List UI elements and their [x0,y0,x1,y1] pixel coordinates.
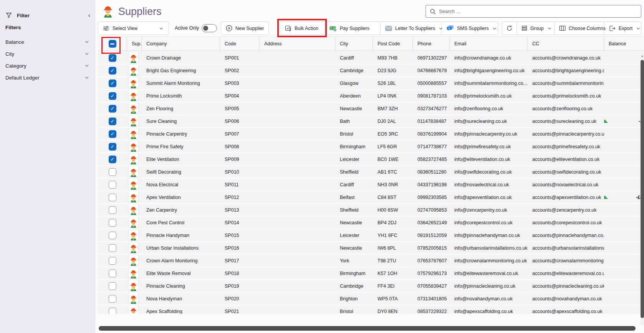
row-checkbox[interactable] [109,80,116,87]
sms-suppliers-button[interactable]: SMS Suppliers [442,22,498,35]
row-checkbox[interactable] [109,92,116,100]
company-cell: Urban Solar Installations [142,245,220,251]
table-row[interactable]: Apex Ventilation SP012 Belfast C84 8ST 0… [98,191,644,203]
phone-cell: 08360511280 [413,169,450,175]
code-cell: SP020 [220,296,260,302]
sidebar-item-category[interactable]: Category [5,61,89,70]
table-row[interactable]: Prime Fire Safety SP008 Birmingham LF5 6… [98,141,644,152]
row-checkbox[interactable] [109,194,116,201]
table-row[interactable]: Sure Cleaning SP006 Bath DJ0 2AL 0114783… [98,115,644,127]
chevron-down-icon [492,26,497,31]
company-cell: Elite Ventilation [142,157,220,162]
worker-avatar-icon [129,92,137,101]
col-header-sup[interactable]: Sup... [127,37,142,51]
table-row[interactable]: Zen Flooring SP005 Newcastle BM7 3ZH 032… [98,103,644,114]
post-code-cell: LF5 6GR [373,144,413,149]
col-header-company[interactable]: Company [142,37,220,51]
row-checkbox[interactable] [109,295,116,303]
table-row[interactable]: Nova Handyman SP020 Brighton WP5 0TA 073… [98,293,644,305]
col-header-email[interactable]: Email [450,37,528,51]
row-checkbox[interactable] [109,232,116,239]
search-input[interactable] [439,8,637,14]
table-row[interactable]: Zen Carpentry SP013 Sheffield H00 6SW 02… [98,204,644,216]
row-checkbox[interactable] [109,219,116,227]
code-cell: SP011 [220,182,260,187]
vertical-scrollbar[interactable]: ▲ [641,54,644,325]
letter-to-suppliers-button[interactable]: Letter To Suppliers [381,22,442,35]
row-checkbox[interactable] [109,118,116,125]
row-checkbox[interactable] [109,244,116,252]
scroll-up-icon[interactable]: ▲ [641,55,644,57]
export-button[interactable]: Export [604,22,641,35]
table-row[interactable]: Pinnacle Handyman SP015 Leicester YH1 8F… [98,229,644,241]
table-row[interactable]: Pinnacle Cleaning SP019 Cambridge FF4 3E… [98,280,644,292]
post-code-cell: LP4 0NK [373,93,413,99]
col-header-phone[interactable]: Phone [413,37,450,51]
row-checkbox[interactable] [109,54,116,62]
horizontal-scrollbar-thumb[interactable] [99,326,636,331]
table-row[interactable]: Prime Locksmith SP004 Aberdeen LP4 0NK 0… [98,90,644,102]
email-cell: info@crownalarmmonitoring.co.uk [450,258,528,263]
table-row[interactable]: Apex Scaffolding SP021 Bristol DY0 8EN 0… [98,305,644,314]
sidebar-title: Filter [17,13,30,18]
row-checkbox[interactable] [109,308,116,314]
table-row[interactable]: Nova Electrical SP011 Cardiff NH3 0NR 04… [98,179,644,191]
row-checkbox[interactable] [109,143,116,151]
choose-columns-button[interactable]: Choose Columns [555,22,604,35]
bulk-action-button[interactable]: Bulk Action [280,22,325,35]
city-cell: York [335,258,373,263]
avatar [129,179,138,190]
row-checkbox[interactable] [109,282,116,290]
table-row[interactable]: Swift Decorating SP010 Sheffield AB1 6TC… [98,166,644,178]
row-checkbox[interactable] [109,257,116,265]
row-checkbox[interactable] [109,156,116,163]
select-view-dropdown[interactable]: Select View [98,22,169,35]
table-row[interactable]: Summit Alarm Monitoring SP003 Glasgow S2… [98,77,644,89]
table-row[interactable]: Crown Drainage SP001 Cardiff M93 7HB 069… [98,52,644,64]
row-checkbox[interactable] [109,168,116,176]
company-cell: Zen Carpentry [142,207,220,213]
table-row[interactable]: Bright Gas Engineering SP002 Cambridge D… [98,65,644,76]
sidebar-item-balance[interactable]: Balance [5,37,89,46]
code-cell: SP016 [220,245,260,251]
code-cell: SP007 [220,131,260,137]
post-code-cell: NH3 0NR [373,182,413,187]
company-cell: Core Pest Control [142,220,220,225]
phone-cell: 07579296173 [413,271,450,276]
city-cell: Newcastle [335,245,373,251]
row-checkbox[interactable] [109,67,116,75]
group-button[interactable]: Group [517,22,555,35]
email-cell: info@elitewasteremoval.co.uk [450,271,528,276]
col-header-city[interactable]: City [335,37,373,51]
table-row[interactable]: Elite Waste Removal SP018 Birmingham K57… [98,267,644,279]
email-cell: info@primelocksmith.co.uk [450,93,528,99]
col-header-cc[interactable]: CC [528,37,604,51]
sidebar-item-city[interactable]: City [5,49,89,58]
refresh-button[interactable] [502,22,517,35]
pay-suppliers-button[interactable]: Pay Suppliers [325,22,381,35]
row-checkbox[interactable] [109,105,116,113]
row-checkbox[interactable] [109,130,116,138]
active-only-toggle[interactable] [202,24,217,32]
horizontal-scrollbar[interactable] [98,326,640,331]
avatar [129,90,138,101]
new-supplier-button[interactable]: New Supplier [221,22,269,35]
table-row[interactable]: Crown Alarm Monitoring SP017 York T98 2T… [98,255,644,267]
phone-cell: 09992303585 [413,195,450,200]
table-row[interactable]: Elite Ventilation SP009 Leicester BC0 1W… [98,153,644,165]
sidebar-collapse-icon[interactable]: ‹ [88,12,90,19]
row-checkbox[interactable] [109,270,116,277]
table-row[interactable]: Core Pest Control SP014 Newcastle BP4 2D… [98,217,644,229]
sidebar-item-default-ledger[interactable]: Default Ledger [5,73,89,82]
col-header-balance[interactable]: Balance [604,37,644,51]
table-row[interactable]: Pinnacle Carpentry SP007 Bristol EO5 3RC… [98,128,644,140]
row-checkbox[interactable] [109,206,116,214]
select-all-checkbox[interactable] [109,40,116,48]
col-header-post-code[interactable]: Post Code [373,37,413,51]
post-code-cell: K57 1OH [373,271,413,276]
col-header-address[interactable]: Address [260,37,335,51]
row-checkbox[interactable] [109,181,116,189]
col-header-code[interactable]: Code [220,37,260,51]
table-row[interactable]: Urban Solar Installations SP016 Newcastl… [98,242,644,254]
vertical-scrollbar-thumb[interactable] [641,60,644,318]
